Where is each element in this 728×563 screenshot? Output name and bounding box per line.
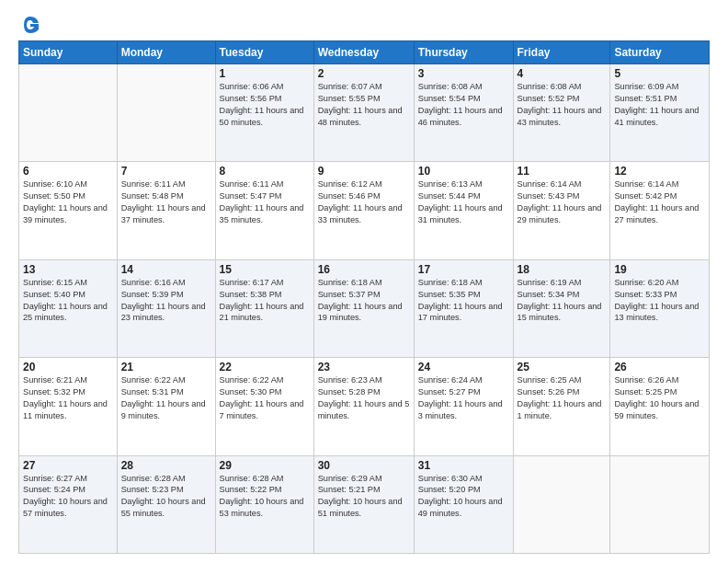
calendar-table: SundayMondayTuesdayWednesdayThursdayFrid…	[18, 40, 710, 554]
calendar-body: 1Sunrise: 6:06 AM Sunset: 5:56 PM Daylig…	[19, 64, 710, 554]
calendar-cell: 29Sunrise: 6:28 AM Sunset: 5:22 PM Dayli…	[215, 455, 313, 553]
weekday-header: Friday	[513, 41, 610, 64]
day-info: Sunrise: 6:16 AM Sunset: 5:39 PM Dayligh…	[121, 277, 211, 325]
day-number: 21	[121, 361, 211, 373]
calendar-cell: 20Sunrise: 6:21 AM Sunset: 5:32 PM Dayli…	[19, 358, 118, 455]
day-info: Sunrise: 6:28 AM Sunset: 5:22 PM Dayligh…	[220, 473, 310, 521]
calendar-cell: 31Sunrise: 6:30 AM Sunset: 5:20 PM Dayli…	[414, 455, 513, 553]
day-info: Sunrise: 6:21 AM Sunset: 5:32 PM Dayligh…	[23, 374, 113, 422]
day-info: Sunrise: 6:27 AM Sunset: 5:24 PM Dayligh…	[23, 473, 113, 521]
day-info: Sunrise: 6:20 AM Sunset: 5:33 PM Dayligh…	[614, 277, 705, 325]
calendar-cell: 11Sunrise: 6:14 AM Sunset: 5:43 PM Dayli…	[513, 162, 610, 259]
calendar-cell: 9Sunrise: 6:12 AM Sunset: 5:46 PM Daylig…	[313, 162, 414, 259]
day-number: 16	[318, 263, 410, 276]
calendar-week-row: 6Sunrise: 6:10 AM Sunset: 5:50 PM Daylig…	[19, 162, 710, 259]
calendar-cell: 27Sunrise: 6:27 AM Sunset: 5:24 PM Dayli…	[19, 455, 118, 553]
day-info: Sunrise: 6:25 AM Sunset: 5:26 PM Dayligh…	[518, 374, 607, 422]
calendar-cell	[513, 455, 610, 553]
day-number: 1	[220, 67, 310, 80]
day-number: 11	[518, 165, 607, 178]
day-number: 8	[220, 165, 310, 178]
calendar-week-row: 27Sunrise: 6:27 AM Sunset: 5:24 PM Dayli…	[19, 455, 710, 553]
day-info: Sunrise: 6:09 AM Sunset: 5:51 PM Dayligh…	[614, 81, 705, 129]
weekday-header: Saturday	[610, 41, 710, 64]
day-info: Sunrise: 6:08 AM Sunset: 5:52 PM Dayligh…	[518, 81, 607, 129]
day-number: 6	[23, 165, 113, 178]
logo-icon	[20, 15, 40, 35]
day-number: 13	[23, 263, 113, 276]
calendar-cell: 28Sunrise: 6:28 AM Sunset: 5:23 PM Dayli…	[117, 455, 215, 553]
day-info: Sunrise: 6:28 AM Sunset: 5:23 PM Dayligh…	[121, 473, 211, 521]
calendar-week-row: 20Sunrise: 6:21 AM Sunset: 5:32 PM Dayli…	[19, 358, 710, 455]
day-number: 15	[220, 263, 310, 276]
day-number: 3	[418, 67, 509, 80]
day-info: Sunrise: 6:11 AM Sunset: 5:48 PM Dayligh…	[121, 178, 211, 226]
day-number: 28	[121, 459, 211, 472]
day-info: Sunrise: 6:06 AM Sunset: 5:56 PM Dayligh…	[220, 81, 310, 129]
calendar-cell: 16Sunrise: 6:18 AM Sunset: 5:37 PM Dayli…	[313, 259, 414, 357]
day-number: 17	[418, 263, 509, 276]
day-number: 29	[220, 459, 310, 472]
day-number: 19	[614, 263, 705, 276]
day-info: Sunrise: 6:08 AM Sunset: 5:54 PM Dayligh…	[418, 81, 509, 129]
day-info: Sunrise: 6:15 AM Sunset: 5:40 PM Dayligh…	[23, 277, 113, 325]
day-number: 26	[614, 361, 705, 373]
day-info: Sunrise: 6:10 AM Sunset: 5:50 PM Dayligh…	[23, 178, 113, 226]
calendar-cell: 25Sunrise: 6:25 AM Sunset: 5:26 PM Dayli…	[513, 358, 610, 455]
day-info: Sunrise: 6:18 AM Sunset: 5:37 PM Dayligh…	[318, 277, 410, 325]
calendar-cell: 23Sunrise: 6:23 AM Sunset: 5:28 PM Dayli…	[313, 358, 414, 455]
calendar-cell	[610, 455, 710, 553]
weekday-header: Monday	[117, 41, 215, 64]
weekday-header: Wednesday	[313, 41, 414, 64]
day-info: Sunrise: 6:12 AM Sunset: 5:46 PM Dayligh…	[318, 178, 410, 226]
day-number: 25	[518, 361, 607, 373]
day-number: 12	[614, 165, 705, 178]
calendar-cell: 1Sunrise: 6:06 AM Sunset: 5:56 PM Daylig…	[215, 64, 313, 162]
day-number: 14	[121, 263, 211, 276]
weekday-header: Thursday	[414, 41, 513, 64]
day-info: Sunrise: 6:17 AM Sunset: 5:38 PM Dayligh…	[220, 277, 310, 325]
day-info: Sunrise: 6:24 AM Sunset: 5:27 PM Dayligh…	[418, 374, 509, 422]
day-info: Sunrise: 6:11 AM Sunset: 5:47 PM Dayligh…	[220, 178, 310, 226]
day-info: Sunrise: 6:26 AM Sunset: 5:25 PM Dayligh…	[614, 374, 705, 422]
calendar-cell: 26Sunrise: 6:26 AM Sunset: 5:25 PM Dayli…	[610, 358, 710, 455]
calendar-cell: 2Sunrise: 6:07 AM Sunset: 5:55 PM Daylig…	[313, 64, 414, 162]
day-info: Sunrise: 6:18 AM Sunset: 5:35 PM Dayligh…	[418, 277, 509, 325]
day-info: Sunrise: 6:14 AM Sunset: 5:42 PM Dayligh…	[614, 178, 705, 226]
calendar-cell: 4Sunrise: 6:08 AM Sunset: 5:52 PM Daylig…	[513, 64, 610, 162]
calendar-cell: 14Sunrise: 6:16 AM Sunset: 5:39 PM Dayli…	[117, 259, 215, 357]
day-number: 9	[318, 165, 410, 178]
day-info: Sunrise: 6:07 AM Sunset: 5:55 PM Dayligh…	[318, 81, 410, 129]
logo-text	[18, 15, 40, 35]
day-number: 7	[121, 165, 211, 178]
day-number: 30	[318, 459, 410, 472]
calendar-cell: 5Sunrise: 6:09 AM Sunset: 5:51 PM Daylig…	[610, 64, 710, 162]
calendar-cell: 12Sunrise: 6:14 AM Sunset: 5:42 PM Dayli…	[610, 162, 710, 259]
day-info: Sunrise: 6:29 AM Sunset: 5:21 PM Dayligh…	[318, 473, 410, 521]
day-info: Sunrise: 6:13 AM Sunset: 5:44 PM Dayligh…	[418, 178, 509, 226]
day-info: Sunrise: 6:14 AM Sunset: 5:43 PM Dayligh…	[518, 178, 607, 226]
calendar-cell: 21Sunrise: 6:22 AM Sunset: 5:31 PM Dayli…	[117, 358, 215, 455]
calendar-cell: 17Sunrise: 6:18 AM Sunset: 5:35 PM Dayli…	[414, 259, 513, 357]
calendar-cell: 10Sunrise: 6:13 AM Sunset: 5:44 PM Dayli…	[414, 162, 513, 259]
day-number: 31	[418, 459, 509, 472]
weekday-header: Sunday	[19, 41, 118, 64]
day-number: 27	[23, 459, 113, 472]
calendar-cell	[19, 64, 118, 162]
calendar-cell: 30Sunrise: 6:29 AM Sunset: 5:21 PM Dayli…	[313, 455, 414, 553]
calendar-cell: 8Sunrise: 6:11 AM Sunset: 5:47 PM Daylig…	[215, 162, 313, 259]
calendar-cell: 19Sunrise: 6:20 AM Sunset: 5:33 PM Dayli…	[610, 259, 710, 357]
day-number: 5	[614, 67, 705, 80]
calendar-cell	[117, 64, 215, 162]
day-number: 18	[518, 263, 607, 276]
day-number: 10	[418, 165, 509, 178]
calendar-cell: 18Sunrise: 6:19 AM Sunset: 5:34 PM Dayli…	[513, 259, 610, 357]
logo	[18, 15, 40, 35]
day-number: 23	[318, 361, 410, 373]
header	[18, 15, 710, 35]
calendar-cell: 22Sunrise: 6:22 AM Sunset: 5:30 PM Dayli…	[215, 358, 313, 455]
header-row: SundayMondayTuesdayWednesdayThursdayFrid…	[19, 41, 710, 64]
calendar-cell: 24Sunrise: 6:24 AM Sunset: 5:27 PM Dayli…	[414, 358, 513, 455]
calendar-week-row: 1Sunrise: 6:06 AM Sunset: 5:56 PM Daylig…	[19, 64, 710, 162]
day-number: 24	[418, 361, 509, 373]
